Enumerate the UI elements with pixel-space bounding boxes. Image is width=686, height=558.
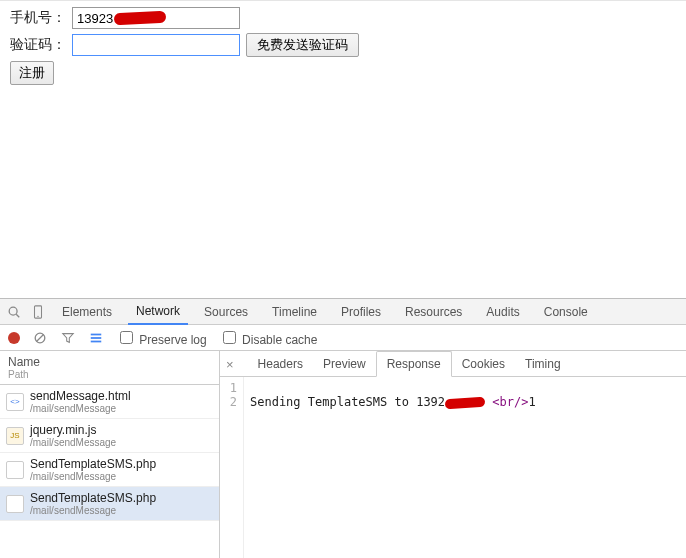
tab-timeline[interactable]: Timeline [264, 300, 325, 324]
preserve-log-label[interactable]: Preserve log [116, 328, 207, 347]
resp-tab-response[interactable]: Response [376, 351, 452, 377]
tab-audits[interactable]: Audits [478, 300, 527, 324]
file-icon: JS [6, 427, 24, 445]
request-path: /mail/sendMessage [30, 437, 116, 448]
close-icon[interactable]: × [226, 357, 234, 372]
request-name: sendMessage.html [30, 389, 131, 403]
request-list-header: Name Path [0, 351, 219, 385]
request-path: /mail/sendMessage [30, 403, 131, 414]
request-path: /mail/sendMessage [30, 505, 156, 516]
device-icon[interactable] [30, 304, 46, 320]
code-label: 验证码： [10, 36, 72, 54]
svg-line-1 [16, 314, 19, 317]
record-icon[interactable] [8, 332, 20, 344]
response-body[interactable]: 1 2 Sending TemplateSMS to 1392 <br/>1 [220, 377, 686, 558]
resp-tab-cookies[interactable]: Cookies [452, 352, 515, 376]
response-tag: <br/> [492, 395, 528, 409]
request-text: sendMessage.html/mail/sendMessage [30, 389, 131, 414]
request-item[interactable]: <>sendMessage.html/mail/sendMessage [0, 385, 219, 419]
redaction-mark [445, 396, 486, 409]
header-path: Path [8, 369, 211, 380]
request-text: SendTemplateSMS.php/mail/sendMessage [30, 457, 156, 482]
file-icon [6, 461, 24, 479]
disable-cache-checkbox[interactable] [223, 331, 236, 344]
request-list[interactable]: <>sendMessage.html/mail/sendMessageJSjqu… [0, 385, 219, 558]
line-number: 1 [220, 381, 237, 395]
svg-rect-7 [91, 337, 102, 339]
file-icon [6, 495, 24, 513]
phone-input-wrap [72, 7, 240, 29]
search-icon[interactable] [6, 304, 22, 320]
response-text-suffix: 1 [528, 395, 535, 409]
code-input[interactable] [72, 34, 240, 56]
response-text-prefix: Sending TemplateSMS to 1392 [250, 395, 445, 409]
devtools-body: Name Path <>sendMessage.html/mail/sendMe… [0, 351, 686, 558]
svg-rect-8 [91, 340, 102, 342]
tab-resources[interactable]: Resources [397, 300, 470, 324]
tab-network[interactable]: Network [128, 299, 188, 325]
resp-tab-headers[interactable]: Headers [248, 352, 313, 376]
send-code-button[interactable]: 免费发送验证码 [246, 33, 359, 57]
request-name: SendTemplateSMS.php [30, 491, 156, 505]
request-name: jquery.min.js [30, 423, 116, 437]
request-text: SendTemplateSMS.php/mail/sendMessage [30, 491, 156, 516]
devtools-tabbar: Elements Network Sources Timeline Profil… [0, 299, 686, 325]
line-gutter: 1 2 [220, 377, 244, 558]
tab-elements[interactable]: Elements [54, 300, 120, 324]
preserve-log-text: Preserve log [139, 333, 206, 347]
view-icon[interactable] [88, 330, 104, 346]
request-item[interactable]: SendTemplateSMS.php/mail/sendMessage [0, 453, 219, 487]
register-button[interactable]: 注册 [10, 61, 54, 85]
request-text: jquery.min.js/mail/sendMessage [30, 423, 116, 448]
disable-cache-text: Disable cache [242, 333, 317, 347]
response-panel: × Headers Preview Response Cookies Timin… [220, 351, 686, 558]
request-item[interactable]: SendTemplateSMS.php/mail/sendMessage [0, 487, 219, 521]
request-item[interactable]: JSjquery.min.js/mail/sendMessage [0, 419, 219, 453]
svg-line-5 [37, 334, 44, 341]
svg-point-3 [37, 315, 38, 316]
disable-cache-label[interactable]: Disable cache [219, 328, 318, 347]
request-list-panel: Name Path <>sendMessage.html/mail/sendMe… [0, 351, 220, 558]
register-row: 注册 [10, 61, 676, 85]
tab-console[interactable]: Console [536, 300, 596, 324]
request-name: SendTemplateSMS.php [30, 457, 156, 471]
svg-rect-6 [91, 333, 102, 335]
page-content: 手机号： 验证码： 免费发送验证码 注册 [0, 0, 686, 298]
resp-tab-timing[interactable]: Timing [515, 352, 571, 376]
preserve-log-checkbox[interactable] [120, 331, 133, 344]
network-toolbar: Preserve log Disable cache [0, 325, 686, 351]
phone-label: 手机号： [10, 9, 72, 27]
phone-row: 手机号： [10, 7, 676, 29]
clear-icon[interactable] [32, 330, 48, 346]
svg-point-0 [9, 307, 17, 315]
resp-tab-preview[interactable]: Preview [313, 352, 376, 376]
filter-icon[interactable] [60, 330, 76, 346]
devtools-panel: Elements Network Sources Timeline Profil… [0, 298, 686, 558]
file-icon: <> [6, 393, 24, 411]
header-name: Name [8, 355, 211, 369]
request-path: /mail/sendMessage [30, 471, 156, 482]
response-code: Sending TemplateSMS to 1392 <br/>1 [244, 377, 542, 558]
code-row: 验证码： 免费发送验证码 [10, 33, 676, 57]
tab-profiles[interactable]: Profiles [333, 300, 389, 324]
line-number: 2 [220, 395, 237, 409]
response-tabs: × Headers Preview Response Cookies Timin… [220, 351, 686, 377]
tab-sources[interactable]: Sources [196, 300, 256, 324]
